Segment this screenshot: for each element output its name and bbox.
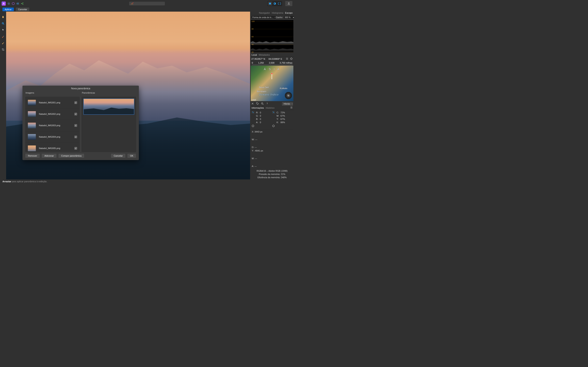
display-mode-1[interactable]: [268, 2, 272, 6]
image-row[interactable]: Natadol_IMG003.png✓: [26, 120, 80, 131]
help-icon[interactable]: ?: [266, 102, 269, 106]
brush-tool[interactable]: [1, 41, 5, 45]
image-filename: Natadol_IMG002.png: [39, 113, 71, 115]
picker-icon-2[interactable]: [272, 111, 275, 114]
display-mode-3[interactable]: [277, 2, 282, 6]
compass-icon[interactable]: N: [285, 92, 292, 99]
persona-icon-cube[interactable]: [12, 2, 15, 5]
position-readout-2: Y: -4041 px M: --- A: ---: [250, 149, 294, 168]
picker-icon[interactable]: [251, 111, 254, 114]
dialog-ok-button[interactable]: OK: [127, 154, 136, 158]
tab-metadata[interactable]: Metadados: [259, 53, 270, 57]
image-filename: Natadol_IMG005.png: [39, 147, 71, 150]
statusbar: Arrastar para aplicar panorâmica à exibi…: [0, 179, 294, 184]
target-icon-2[interactable]: [272, 125, 275, 128]
panorama-preview[interactable]: [84, 99, 134, 115]
map[interactable]: Á S I A Nova Deli Bombaim Kolkata Oceano…: [251, 66, 293, 101]
thumbnail: [28, 134, 36, 140]
longitude-value: 84.018869° E: [268, 58, 282, 60]
cancel-button[interactable]: Cancelar: [16, 8, 29, 11]
position-readout: X: 3443 px W: --- D: ---: [250, 130, 294, 149]
location-panel-tabs: Local Metadados: [250, 53, 294, 57]
info-panel-tabs: Informações Histórico: [250, 106, 294, 110]
image-row[interactable]: Natadol_IMG005.png✓: [26, 143, 80, 152]
include-checkbox[interactable]: ✓: [75, 113, 77, 115]
colorspace-label: RGBA/16 – Adobe RGB (1998): [250, 168, 294, 173]
topbar: A: [0, 0, 294, 7]
tag-icon[interactable]: [256, 102, 259, 106]
list-icon[interactable]: [286, 57, 288, 61]
dialog-cancel-button[interactable]: Cancelar: [111, 154, 125, 158]
applybar: Aplicar Cancelar: [0, 7, 294, 12]
persona-icon-dev[interactable]: [7, 2, 10, 5]
panorama-preview-list[interactable]: [82, 97, 136, 152]
mem-pressure-label: Pressão da memória: 21%: [250, 173, 294, 176]
toolbar: [0, 12, 6, 179]
dialog-title: Nova panorâmica: [22, 87, 139, 90]
persona-icon-share[interactable]: [21, 2, 24, 5]
include-checkbox[interactable]: ✓: [75, 124, 77, 127]
scope-panel-tabs: Navegador Histograma Escopo: [250, 12, 294, 15]
thumbnail: [28, 111, 36, 117]
thumbnail: [28, 100, 36, 105]
tab-histogram[interactable]: Histograma: [272, 12, 283, 15]
svg-point-10: [291, 58, 292, 59]
image-filename: Natadol_IMG004.png: [39, 136, 71, 138]
include-checkbox[interactable]: ✓: [75, 136, 77, 138]
latitude-value: 27.952857° N: [251, 58, 265, 60]
hand-tool[interactable]: [1, 15, 5, 19]
gain-value[interactable]: 300 %▾: [284, 16, 294, 19]
images-col-header: Imagens: [25, 91, 80, 95]
remove-button[interactable]: Remover: [25, 154, 40, 158]
map-legal-link[interactable]: Legal: [251, 99, 256, 101]
app-logo: A: [2, 2, 6, 6]
locate-icon[interactable]: [290, 57, 293, 61]
panel-menu-icon[interactable]: [290, 106, 293, 110]
pointer-tool[interactable]: [1, 28, 5, 32]
svg-point-6: [269, 3, 271, 4]
apply-button[interactable]: Aplicar: [2, 8, 14, 11]
compose-button[interactable]: Compor panorâmica: [58, 154, 84, 158]
svg-point-8: [288, 3, 289, 4]
mem-efficiency-label: Eficiência da memória: 240%: [250, 176, 294, 179]
scope-display: 100 80 60 40 20: [251, 20, 293, 52]
tab-info[interactable]: Informações: [251, 107, 264, 110]
tab-history[interactable]: Histórico: [266, 107, 275, 110]
image-filename: Natadol_IMG003.png: [39, 124, 71, 127]
tab-scope[interactable]: Escopo: [285, 12, 293, 15]
persona-dropdown[interactable]: [129, 2, 165, 6]
svg-point-5: [132, 2, 133, 3]
map-type-select[interactable]: Híbrido: [282, 102, 293, 106]
persona-icon-waves[interactable]: [16, 2, 19, 5]
include-checkbox[interactable]: ✓: [75, 101, 77, 104]
eyedropper-tool[interactable]: [1, 34, 5, 39]
close-map-icon[interactable]: [251, 102, 254, 106]
svg-point-16: [273, 125, 274, 127]
target-icon[interactable]: [251, 125, 254, 128]
new-panorama-dialog: Nova panorâmica Imagens Panorâmicas Nata…: [22, 86, 139, 160]
image-row[interactable]: Natadol_IMG004.png✓: [26, 131, 80, 143]
scope-mode-select[interactable]: Forma de onda de in…: [251, 16, 276, 19]
image-row[interactable]: Natadol_IMG001.png✓: [26, 97, 80, 108]
source-images-list[interactable]: Natadol_IMG001.png✓Natadol_IMG002.png✓Na…: [25, 97, 80, 152]
info-color-grid: R:0G:0B:0A:0 C:72%M:67%Y:67%K:88%: [250, 110, 294, 129]
svg-point-1: [8, 3, 9, 4]
include-checkbox[interactable]: ✓: [75, 147, 77, 150]
account-button[interactable]: [285, 1, 292, 6]
panos-col-header: Panorâmicas: [82, 91, 136, 95]
image-row[interactable]: Natadol_IMG002.png✓: [26, 108, 80, 120]
zoom-tool[interactable]: [1, 21, 5, 25]
svg-point-11: [261, 103, 263, 104]
map-scale-bar: [251, 65, 293, 65]
display-mode-2[interactable]: [273, 2, 277, 6]
panels-column: Navegador Histograma Escopo Forma de ond…: [250, 12, 294, 179]
tab-local[interactable]: Local: [251, 53, 257, 57]
crop-tool[interactable]: [1, 48, 5, 52]
map-scale: 01,250 2,5003,750 milhas: [250, 61, 294, 65]
svg-point-15: [252, 125, 254, 127]
svg-text:?: ?: [267, 102, 268, 105]
search-icon[interactable]: [261, 102, 264, 106]
add-button[interactable]: Adicionar: [42, 154, 57, 158]
tab-navigator[interactable]: Navegador: [259, 12, 270, 15]
thumbnail: [28, 123, 36, 128]
